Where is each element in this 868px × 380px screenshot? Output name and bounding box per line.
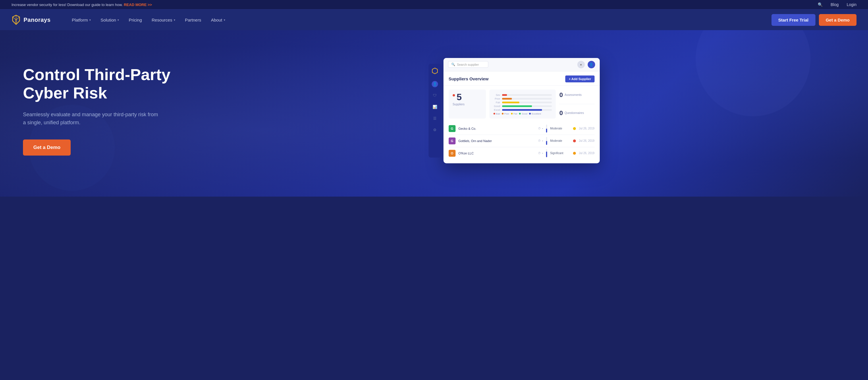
chart-legend: Bad Poor Fair Good Excellent: [493, 112, 552, 115]
supplier-name-okon: O'Kon LLC: [458, 151, 535, 155]
dashboard-topbar: 🔍 Search supplier ● 👤: [443, 58, 600, 71]
supplier-icon-okon: O: [448, 150, 456, 157]
stat-divider: [559, 104, 594, 104]
supplier-date-gottlieb: Jul 26, 2019: [579, 139, 595, 142]
table-row[interactable]: G Gecko & Co. ⏱ ▾ Moderate Jul 26, 2019: [448, 123, 595, 135]
dashboard-title: Suppliers Overview: [448, 76, 489, 81]
supplier-risk-gecko: Moderate: [550, 127, 570, 130]
get-demo-nav-button[interactable]: Get a Demo: [819, 14, 857, 26]
hero-visual: 👤 🛡 📊 ☰ ⚙ 🔍 Search supplier ● 👤: [170, 58, 857, 163]
nav-pricing[interactable]: Pricing: [125, 15, 146, 25]
supplier-risk-okon: Significant: [550, 151, 570, 155]
suppliers-count: 5: [457, 93, 462, 102]
dashboard-wrapper: 👤 🛡 📊 ☰ ⚙ 🔍 Search supplier ● 👤: [439, 58, 600, 163]
login-link[interactable]: Login: [847, 2, 857, 7]
supplier-clock-gottlieb: ⏱ ▾: [538, 139, 543, 142]
hero-subtitle: Seamlessly evaluate and manage your thir…: [23, 110, 161, 127]
chart-row-sev: Sev: [493, 94, 552, 97]
nav-resources[interactable]: Resources▾: [148, 15, 179, 25]
supplier-icon-gottlieb: G: [448, 137, 456, 144]
logo-text: Panorays: [24, 16, 51, 23]
start-free-trial-button[interactable]: Start Free Trial: [772, 14, 815, 26]
topbar-dot-icon[interactable]: ●: [577, 61, 585, 68]
nav-solution[interactable]: Solution▾: [96, 15, 123, 25]
suppliers-label: Suppliers: [453, 103, 482, 106]
supplier-clock-gecko: ⏱ ▾: [538, 127, 543, 130]
risk-dot-gecko: [573, 127, 576, 130]
dashboard-card: 🔍 Search supplier ● 👤 Suppliers Overview…: [443, 58, 600, 163]
dashboard-body: 5 Suppliers Sev: [443, 85, 600, 163]
get-demo-hero-button[interactable]: Get a Demo: [23, 139, 71, 156]
chart-rows: Sev Poor Fair: [493, 94, 552, 111]
logo-icon: [11, 14, 21, 25]
logo[interactable]: Panorays: [11, 14, 51, 25]
supplier-risk-bar-okon: [546, 149, 547, 157]
add-supplier-button[interactable]: + Add Supplier: [565, 75, 595, 82]
svg-rect-0: [15, 19, 17, 24]
supplier-search-box[interactable]: 🔍 Search supplier: [448, 61, 488, 68]
risk-dot-okon: [573, 152, 576, 155]
table-row[interactable]: O O'Kon LLC ⏱ ▾ Significant Jul 26, 2019: [448, 147, 595, 159]
chart-row-excel: Excel: [493, 108, 552, 111]
supplier-icon-gecko: G: [448, 125, 456, 132]
assessments-stat: 0 Assessments: [559, 91, 594, 99]
navbar: Panorays Platform▾ Solution▾ Pricing Res…: [0, 9, 868, 30]
risk-chart-card: Sev Poor Fair: [490, 90, 556, 118]
sidebar-logo-icon: [432, 68, 438, 74]
sidebar-nav-chart[interactable]: 📊: [432, 104, 438, 110]
nav-partners[interactable]: Partners: [181, 15, 205, 25]
table-row[interactable]: G Gottlieb, Orn and Nader ⏱ ▾ Moderate J…: [448, 135, 595, 147]
risk-dot-gottlieb: [573, 139, 576, 142]
suppliers-stat-card: 5 Suppliers: [448, 90, 486, 118]
dashboard-stats: 5 Suppliers Sev: [448, 90, 595, 118]
supplier-list: G Gecko & Co. ⏱ ▾ Moderate Jul 26, 2019: [448, 123, 595, 159]
announcement-right: 🔍 Blog Login: [818, 2, 857, 7]
supplier-risk-gottlieb: Moderate: [550, 139, 570, 142]
right-stats: 0 Assessments 0 Questionnaires: [559, 90, 594, 118]
dashboard-sidebar: 👤 🛡 📊 ☰ ⚙: [429, 64, 441, 158]
hero-title: Control Third-Party Cyber Risk: [23, 65, 170, 102]
dashboard-header: Suppliers Overview + Add Supplier: [443, 71, 600, 85]
hero-content: Control Third-Party Cyber Risk Seamlessl…: [23, 65, 170, 156]
supplier-name-gottlieb: Gottlieb, Orn and Nader: [458, 139, 535, 143]
sidebar-nav-shield[interactable]: 🛡: [432, 93, 438, 99]
announcement-text: Increase vendor security for less! Downl…: [11, 3, 152, 7]
nav-buttons: Start Free Trial Get a Demo: [772, 14, 857, 26]
topbar-avatar[interactable]: 👤: [588, 61, 595, 68]
search-icon-small: 🔍: [451, 63, 455, 66]
supplier-name-gecko: Gecko & Co.: [458, 127, 535, 130]
red-indicator: [453, 94, 455, 97]
supplier-risk-bar-gottlieb: [546, 137, 547, 145]
supplier-risk-bar-gecko: [546, 125, 547, 133]
hero-section: Control Third-Party Cyber Risk Seamlessl…: [0, 30, 868, 197]
sidebar-nav-bar[interactable]: ☰: [432, 115, 438, 122]
sidebar-nav-users[interactable]: 👤: [432, 81, 438, 87]
nav-platform[interactable]: Platform▾: [68, 15, 95, 25]
questionnaires-stat: 0 Questionnaires: [559, 109, 594, 117]
read-more-link[interactable]: READ MORE >>: [124, 3, 152, 7]
sidebar-nav-settings[interactable]: ⚙: [432, 127, 438, 133]
search-icon[interactable]: 🔍: [818, 2, 823, 7]
announcement-bar: Increase vendor security for less! Downl…: [0, 0, 868, 9]
nav-about[interactable]: About▾: [207, 15, 229, 25]
supplier-date-okon: Jul 26, 2019: [579, 151, 595, 155]
topbar-icons: ● 👤: [577, 61, 595, 68]
chart-row-fair: Fair: [493, 101, 552, 104]
supplier-date-gecko: Jul 26, 2019: [579, 127, 595, 130]
search-placeholder-text: Search supplier: [457, 63, 479, 66]
chart-row-poor: Poor: [493, 97, 552, 100]
supplier-clock-okon: ⏱ ▾: [538, 151, 543, 155]
chart-row-good: Good: [493, 105, 552, 108]
blog-link[interactable]: Blog: [831, 2, 839, 7]
nav-links: Platform▾ Solution▾ Pricing Resources▾ P…: [68, 15, 772, 25]
